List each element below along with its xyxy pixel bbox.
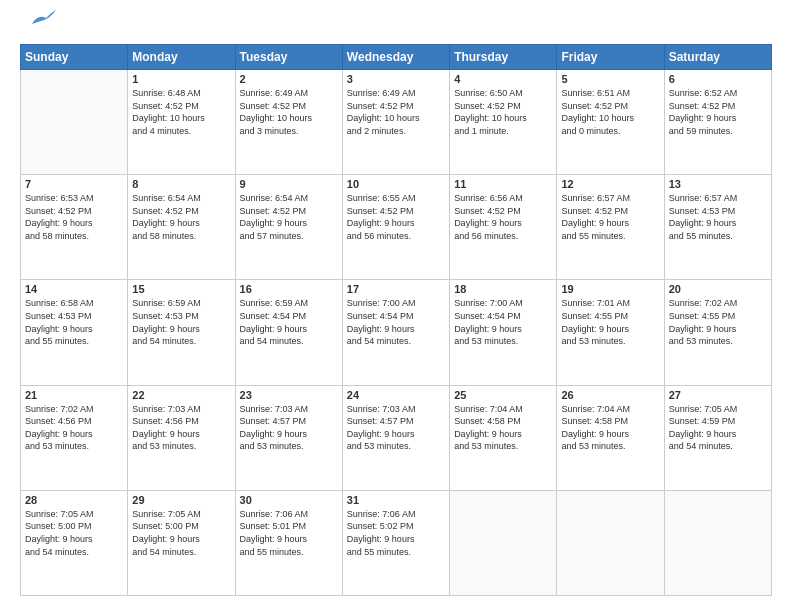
day-info: Sunrise: 6:57 AMSunset: 4:52 PMDaylight:… [561, 192, 659, 242]
day-info: Sunrise: 7:00 AMSunset: 4:54 PMDaylight:… [347, 297, 445, 347]
calendar-cell: 15Sunrise: 6:59 AMSunset: 4:53 PMDayligh… [128, 280, 235, 385]
day-number: 1 [132, 73, 230, 85]
calendar-cell: 24Sunrise: 7:03 AMSunset: 4:57 PMDayligh… [342, 385, 449, 490]
day-info: Sunrise: 6:57 AMSunset: 4:53 PMDaylight:… [669, 192, 767, 242]
calendar-cell: 8Sunrise: 6:54 AMSunset: 4:52 PMDaylight… [128, 175, 235, 280]
calendar-cell: 4Sunrise: 6:50 AMSunset: 4:52 PMDaylight… [450, 70, 557, 175]
day-info: Sunrise: 7:03 AMSunset: 4:57 PMDaylight:… [240, 403, 338, 453]
calendar-week-row: 1Sunrise: 6:48 AMSunset: 4:52 PMDaylight… [21, 70, 772, 175]
day-info: Sunrise: 7:00 AMSunset: 4:54 PMDaylight:… [454, 297, 552, 347]
calendar-cell: 29Sunrise: 7:05 AMSunset: 5:00 PMDayligh… [128, 490, 235, 595]
calendar-cell: 10Sunrise: 6:55 AMSunset: 4:52 PMDayligh… [342, 175, 449, 280]
calendar-cell [21, 70, 128, 175]
day-number: 15 [132, 283, 230, 295]
logo-bird-icon [24, 10, 56, 32]
day-number: 12 [561, 178, 659, 190]
day-info: Sunrise: 7:05 AMSunset: 5:00 PMDaylight:… [25, 508, 123, 558]
day-number: 19 [561, 283, 659, 295]
logo [20, 16, 56, 34]
day-number: 31 [347, 494, 445, 506]
day-number: 26 [561, 389, 659, 401]
day-number: 30 [240, 494, 338, 506]
calendar-cell: 14Sunrise: 6:58 AMSunset: 4:53 PMDayligh… [21, 280, 128, 385]
calendar-cell: 17Sunrise: 7:00 AMSunset: 4:54 PMDayligh… [342, 280, 449, 385]
day-info: Sunrise: 6:50 AMSunset: 4:52 PMDaylight:… [454, 87, 552, 137]
day-info: Sunrise: 6:55 AMSunset: 4:52 PMDaylight:… [347, 192, 445, 242]
calendar-cell: 25Sunrise: 7:04 AMSunset: 4:58 PMDayligh… [450, 385, 557, 490]
weekday-header-row: SundayMondayTuesdayWednesdayThursdayFrid… [21, 45, 772, 70]
weekday-header-tuesday: Tuesday [235, 45, 342, 70]
weekday-header-friday: Friday [557, 45, 664, 70]
calendar-cell: 20Sunrise: 7:02 AMSunset: 4:55 PMDayligh… [664, 280, 771, 385]
calendar-week-row: 21Sunrise: 7:02 AMSunset: 4:56 PMDayligh… [21, 385, 772, 490]
day-number: 3 [347, 73, 445, 85]
calendar-cell: 16Sunrise: 6:59 AMSunset: 4:54 PMDayligh… [235, 280, 342, 385]
day-info: Sunrise: 6:54 AMSunset: 4:52 PMDaylight:… [132, 192, 230, 242]
calendar-cell: 9Sunrise: 6:54 AMSunset: 4:52 PMDaylight… [235, 175, 342, 280]
header [20, 16, 772, 34]
calendar-cell: 27Sunrise: 7:05 AMSunset: 4:59 PMDayligh… [664, 385, 771, 490]
day-number: 17 [347, 283, 445, 295]
calendar-cell: 18Sunrise: 7:00 AMSunset: 4:54 PMDayligh… [450, 280, 557, 385]
day-number: 22 [132, 389, 230, 401]
calendar-cell: 30Sunrise: 7:06 AMSunset: 5:01 PMDayligh… [235, 490, 342, 595]
calendar-table: SundayMondayTuesdayWednesdayThursdayFrid… [20, 44, 772, 596]
day-number: 11 [454, 178, 552, 190]
day-info: Sunrise: 6:49 AMSunset: 4:52 PMDaylight:… [240, 87, 338, 137]
day-number: 29 [132, 494, 230, 506]
day-number: 23 [240, 389, 338, 401]
calendar-cell [664, 490, 771, 595]
day-info: Sunrise: 7:02 AMSunset: 4:55 PMDaylight:… [669, 297, 767, 347]
day-number: 25 [454, 389, 552, 401]
day-number: 7 [25, 178, 123, 190]
day-info: Sunrise: 7:01 AMSunset: 4:55 PMDaylight:… [561, 297, 659, 347]
weekday-header-wednesday: Wednesday [342, 45, 449, 70]
day-number: 21 [25, 389, 123, 401]
day-info: Sunrise: 7:05 AMSunset: 5:00 PMDaylight:… [132, 508, 230, 558]
calendar-cell: 23Sunrise: 7:03 AMSunset: 4:57 PMDayligh… [235, 385, 342, 490]
day-number: 28 [25, 494, 123, 506]
day-number: 16 [240, 283, 338, 295]
day-number: 13 [669, 178, 767, 190]
day-info: Sunrise: 6:59 AMSunset: 4:54 PMDaylight:… [240, 297, 338, 347]
day-info: Sunrise: 6:56 AMSunset: 4:52 PMDaylight:… [454, 192, 552, 242]
weekday-header-thursday: Thursday [450, 45, 557, 70]
day-number: 6 [669, 73, 767, 85]
calendar-cell: 21Sunrise: 7:02 AMSunset: 4:56 PMDayligh… [21, 385, 128, 490]
calendar-cell: 11Sunrise: 6:56 AMSunset: 4:52 PMDayligh… [450, 175, 557, 280]
day-number: 20 [669, 283, 767, 295]
weekday-header-saturday: Saturday [664, 45, 771, 70]
day-info: Sunrise: 7:03 AMSunset: 4:56 PMDaylight:… [132, 403, 230, 453]
calendar-cell: 2Sunrise: 6:49 AMSunset: 4:52 PMDaylight… [235, 70, 342, 175]
calendar-cell: 28Sunrise: 7:05 AMSunset: 5:00 PMDayligh… [21, 490, 128, 595]
day-info: Sunrise: 7:06 AMSunset: 5:02 PMDaylight:… [347, 508, 445, 558]
calendar-cell [557, 490, 664, 595]
day-info: Sunrise: 6:54 AMSunset: 4:52 PMDaylight:… [240, 192, 338, 242]
day-number: 8 [132, 178, 230, 190]
day-info: Sunrise: 6:53 AMSunset: 4:52 PMDaylight:… [25, 192, 123, 242]
calendar-cell: 19Sunrise: 7:01 AMSunset: 4:55 PMDayligh… [557, 280, 664, 385]
day-info: Sunrise: 6:51 AMSunset: 4:52 PMDaylight:… [561, 87, 659, 137]
calendar-cell: 6Sunrise: 6:52 AMSunset: 4:52 PMDaylight… [664, 70, 771, 175]
calendar-cell: 5Sunrise: 6:51 AMSunset: 4:52 PMDaylight… [557, 70, 664, 175]
day-info: Sunrise: 6:59 AMSunset: 4:53 PMDaylight:… [132, 297, 230, 347]
weekday-header-sunday: Sunday [21, 45, 128, 70]
day-info: Sunrise: 7:05 AMSunset: 4:59 PMDaylight:… [669, 403, 767, 453]
day-info: Sunrise: 7:04 AMSunset: 4:58 PMDaylight:… [454, 403, 552, 453]
day-info: Sunrise: 7:02 AMSunset: 4:56 PMDaylight:… [25, 403, 123, 453]
calendar-cell: 7Sunrise: 6:53 AMSunset: 4:52 PMDaylight… [21, 175, 128, 280]
day-info: Sunrise: 6:48 AMSunset: 4:52 PMDaylight:… [132, 87, 230, 137]
day-number: 10 [347, 178, 445, 190]
day-number: 27 [669, 389, 767, 401]
weekday-header-monday: Monday [128, 45, 235, 70]
day-number: 2 [240, 73, 338, 85]
day-info: Sunrise: 7:04 AMSunset: 4:58 PMDaylight:… [561, 403, 659, 453]
calendar-week-row: 28Sunrise: 7:05 AMSunset: 5:00 PMDayligh… [21, 490, 772, 595]
calendar-week-row: 7Sunrise: 6:53 AMSunset: 4:52 PMDaylight… [21, 175, 772, 280]
day-info: Sunrise: 6:58 AMSunset: 4:53 PMDaylight:… [25, 297, 123, 347]
calendar-cell: 26Sunrise: 7:04 AMSunset: 4:58 PMDayligh… [557, 385, 664, 490]
calendar-cell: 22Sunrise: 7:03 AMSunset: 4:56 PMDayligh… [128, 385, 235, 490]
day-info: Sunrise: 6:52 AMSunset: 4:52 PMDaylight:… [669, 87, 767, 137]
page: SundayMondayTuesdayWednesdayThursdayFrid… [0, 0, 792, 612]
day-info: Sunrise: 7:03 AMSunset: 4:57 PMDaylight:… [347, 403, 445, 453]
